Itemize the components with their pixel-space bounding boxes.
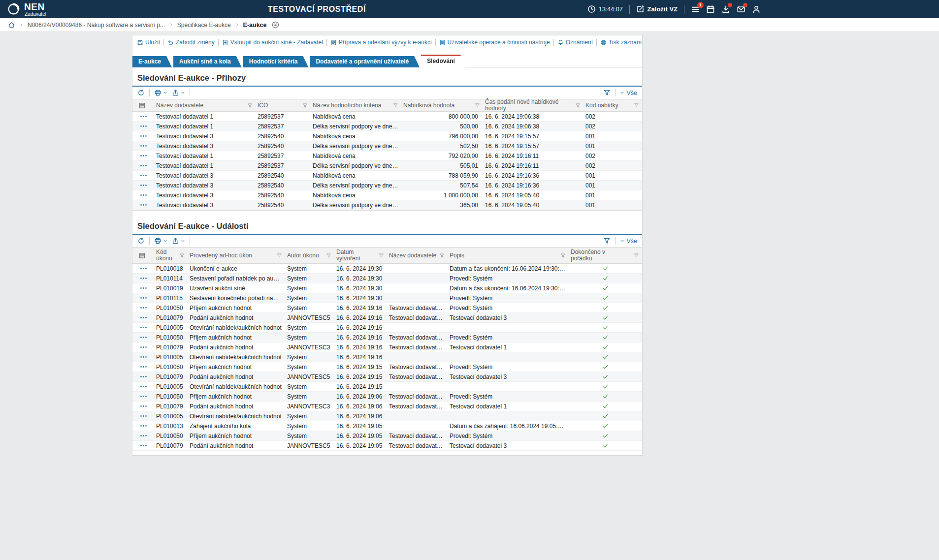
column-filter-icon[interactable]	[179, 253, 185, 258]
table-row[interactable]: Testovací dodavatel 3 25892540 Nabídková…	[132, 131, 642, 141]
table-row[interactable]: Testovací dodavatel 1 25892537 Délka ser…	[132, 122, 642, 131]
column-filter-icon[interactable]	[379, 253, 384, 258]
col-settings[interactable]	[132, 99, 154, 111]
discard-changes-button[interactable]: Zahodit změny	[163, 39, 218, 46]
row-menu-icon[interactable]	[140, 434, 147, 437]
tab-aukcni-sine-a-kola[interactable]: Aukční síně a kola	[173, 56, 242, 67]
table-row[interactable]: Testovací dodavatel 3 25892540 Délka ser…	[132, 200, 642, 210]
col-kod-ukonu[interactable]: Kód úkonu	[154, 248, 188, 263]
grid-print-button[interactable]	[154, 89, 167, 96]
row-menu-icon[interactable]	[140, 385, 147, 388]
messages-button[interactable]	[737, 5, 745, 14]
filter-scope-dropdown[interactable]: Vše	[620, 238, 637, 245]
user-operations-button[interactable]: Uživatelské operace a činnosti nástroje	[435, 39, 553, 46]
create-vz-button[interactable]: Založit VZ	[636, 5, 678, 13]
column-filter-icon[interactable]	[393, 103, 398, 108]
table-row[interactable]: PL010079 Podání aukčních hodnot JANNOVTE…	[132, 313, 642, 323]
grid-export-button[interactable]	[172, 237, 185, 245]
grid-print-button[interactable]	[154, 237, 167, 245]
table-row[interactable]: PL010079 Podání aukčních hodnot JANNOVTE…	[132, 402, 642, 411]
row-menu-icon[interactable]	[140, 184, 147, 187]
column-filter-icon[interactable]	[634, 103, 639, 108]
row-menu-icon[interactable]	[140, 395, 147, 398]
row-menu-icon[interactable]	[140, 296, 147, 300]
col-ico[interactable]: IČO	[256, 99, 311, 111]
tab-e-aukce[interactable]: E-aukce	[132, 56, 172, 67]
row-menu-icon[interactable]	[140, 404, 147, 408]
notifications-button[interactable]: Oznámení	[553, 39, 596, 46]
tab-dodavatele-a-opravneni-uzivatele[interactable]: Dodavatelé a oprávnění uživatelé	[310, 56, 420, 67]
col-settings[interactable]	[132, 248, 154, 263]
row-menu-icon[interactable]	[140, 174, 147, 177]
table-row[interactable]: PL010079 Podání aukčních hodnot JANNOVTE…	[132, 441, 642, 451]
row-menu-icon[interactable]	[140, 365, 147, 369]
col-dokonceno[interactable]: Dokončeno v pořádku	[569, 248, 642, 263]
row-menu-icon[interactable]	[140, 336, 147, 339]
table-row[interactable]: Testovací dodavatel 3 25892540 Délka ser…	[132, 181, 642, 190]
breadcrumb-item-specifikace[interactable]: Specifikace E-aukce	[177, 22, 231, 29]
row-menu-icon[interactable]	[140, 154, 147, 157]
row-menu-icon[interactable]	[140, 267, 147, 270]
row-menu-icon[interactable]	[140, 316, 147, 319]
column-filter-icon[interactable]	[247, 103, 253, 108]
table-row[interactable]: PL010018 Ukončení e-aukce System 16. 6. …	[132, 264, 642, 274]
column-filter-icon[interactable]	[575, 103, 581, 108]
table-row[interactable]: PL010079 Podání aukčních hodnot JANNOVTE…	[132, 372, 642, 382]
column-filter-icon[interactable]	[326, 253, 331, 258]
filter-icon[interactable]	[603, 89, 611, 96]
table-row[interactable]: Testovací dodavatel 3 25892540 Délka ser…	[132, 141, 642, 151]
col-nazev-kriteria[interactable]: Název hodnotícího kritéria	[311, 99, 401, 111]
col-datum-vytvoreni[interactable]: Datum vytvoření	[334, 248, 387, 263]
table-row[interactable]: PL010114 Sestavení pořadí nabídek po auk…	[132, 274, 642, 283]
column-filter-icon[interactable]	[277, 253, 282, 258]
prepare-invitation-button[interactable]: Příprava a odeslání výzvy k e-aukci	[326, 39, 435, 46]
refresh-icon[interactable]	[137, 237, 145, 245]
col-cas-podani[interactable]: Čas podání nové nabídkové hodnoty	[483, 99, 583, 111]
column-chooser-icon[interactable]	[138, 102, 146, 109]
filter-icon[interactable]	[603, 237, 611, 245]
downloads-button[interactable]	[721, 5, 730, 14]
table-row[interactable]: Testovací dodavatel 1 25892537 Nabídková…	[132, 151, 642, 161]
row-menu-icon[interactable]	[140, 444, 147, 447]
column-filter-icon[interactable]	[560, 253, 566, 258]
table-row[interactable]: PL010115 Sestavení konečného pořadí nabí…	[132, 293, 642, 303]
table-row[interactable]: PL010050 Příjem aukčních hodnot System 1…	[132, 431, 642, 441]
row-menu-icon[interactable]	[140, 306, 147, 310]
home-icon[interactable]	[8, 21, 15, 29]
row-menu-icon[interactable]	[140, 134, 147, 138]
profile-button[interactable]	[752, 5, 761, 14]
row-menu-icon[interactable]	[140, 277, 147, 280]
column-filter-icon[interactable]	[475, 103, 480, 108]
row-menu-icon[interactable]	[140, 414, 147, 418]
row-menu-icon[interactable]	[140, 286, 147, 290]
col-nabidkova-hodnota[interactable]: Nabídková hodnota	[401, 99, 483, 111]
table-row[interactable]: PL010019 Uzavření aukční síně System 16.…	[132, 283, 642, 293]
column-filter-icon[interactable]	[302, 103, 308, 108]
grid-export-button[interactable]	[172, 89, 185, 96]
table-row[interactable]: PL010050 Příjem aukčních hodnot System 1…	[132, 333, 642, 342]
tab-sledovani[interactable]: Sledování	[421, 55, 466, 67]
close-form-icon[interactable]	[272, 21, 279, 29]
table-row[interactable]: PL010013 Zahájení aukčního kola System 1…	[132, 421, 642, 431]
table-row[interactable]: PL010079 Podání aukčních hodnot JANNOVTE…	[132, 342, 642, 352]
row-menu-icon[interactable]	[140, 193, 147, 197]
menu-button[interactable]: 1	[691, 5, 700, 14]
table-row[interactable]: PL010005 Otevírání nabídek/aukčních hodn…	[132, 411, 642, 421]
print-record-button[interactable]: Tisk záznamu	[596, 39, 642, 46]
tab-hodnotici-kriteria[interactable]: Hodnotící kritéria	[243, 56, 309, 67]
column-filter-icon[interactable]	[439, 253, 445, 258]
table-row[interactable]: PL010050 Příjem aukčních hodnot System 1…	[132, 303, 642, 313]
table-row[interactable]: Testovací dodavatel 3 25892540 Nabídková…	[132, 190, 642, 200]
column-filter-icon[interactable]	[634, 253, 639, 258]
table-row[interactable]: Testovací dodavatel 1 25892537 Délka ser…	[132, 161, 642, 171]
col-kod-nabidky[interactable]: Kód nabídky	[583, 99, 642, 111]
table-row[interactable]: PL010050 Příjem aukčních hodnot System 1…	[132, 392, 642, 402]
calendar-button[interactable]	[706, 5, 715, 14]
row-menu-icon[interactable]	[140, 345, 147, 349]
table-row[interactable]: PL010005 Otevírání nabídek/aukčních hodn…	[132, 382, 642, 392]
row-menu-icon[interactable]	[140, 375, 147, 378]
row-menu-icon[interactable]	[140, 326, 147, 329]
table-row[interactable]: PL010050 Příjem aukčních hodnot System 1…	[132, 362, 642, 372]
row-menu-icon[interactable]	[140, 144, 147, 148]
column-chooser-icon[interactable]	[138, 252, 146, 259]
